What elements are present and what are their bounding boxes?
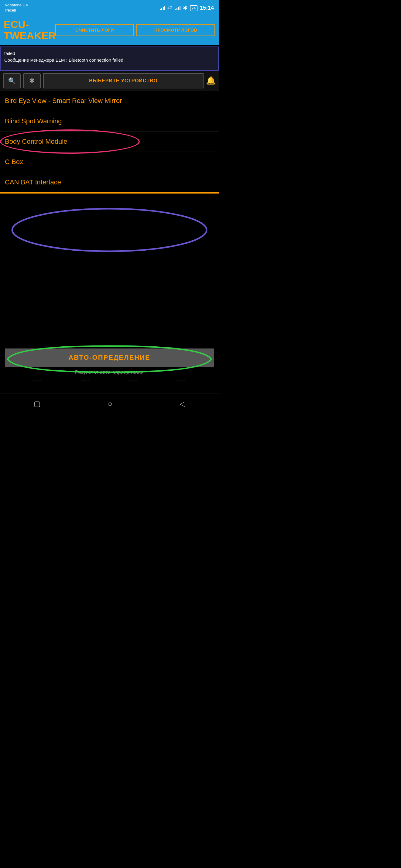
carrier2-label: lifecell — [5, 8, 28, 13]
select-device-button[interactable]: ВЫБЕРИТЕ УСТРОЙСТВО — [43, 73, 204, 88]
svg-point-0 — [12, 209, 207, 251]
nav-back-button[interactable]: ◁ — [180, 400, 185, 408]
dash-3: ---- — [128, 378, 138, 384]
network-type: 4G — [168, 6, 173, 10]
nav-home-button[interactable]: ○ — [108, 400, 113, 408]
list-item-can-bat[interactable]: CAN BAT Interface — [0, 172, 219, 192]
log-line-2: Сообщение менеджера ELM : Bluetooth conn… — [4, 57, 214, 64]
android-nav-bar: ▢ ○ ◁ — [0, 393, 219, 414]
alert-icon: 🔔 — [206, 76, 216, 85]
nav-recent-button[interactable]: ▢ — [34, 400, 41, 408]
drawing-area — [0, 193, 219, 273]
list-item-c-box[interactable]: C Box — [0, 152, 219, 172]
signal-icon — [160, 5, 165, 10]
carrier1-label: Vodafone UA — [5, 3, 28, 8]
result-dashes-row: ---- ---- ---- ---- — [5, 376, 214, 387]
bluetooth-icon-btn: ✱ — [29, 77, 35, 85]
list-item-body-control[interactable]: Body Control Module — [0, 131, 219, 152]
list-item-blind-spot[interactable]: Blind Spot Warning — [0, 111, 219, 131]
alert-button[interactable]: 🔔 — [206, 76, 216, 85]
blue-oval-annotation — [6, 203, 213, 257]
clear-logs-button[interactable]: ОЧИСТИТЬ ЛОГИ — [55, 24, 134, 36]
dash-1: ---- — [33, 378, 43, 384]
status-right: 4G ✱ 74 15:14 — [160, 5, 214, 11]
view-logs-button[interactable]: ПРОСМОТР ЛОГОВ — [136, 24, 215, 36]
auto-detect-button[interactable]: АВТО-ОПРЕДЕЛЕНИЕ — [5, 348, 214, 367]
signal-icon-2 — [175, 5, 181, 10]
status-bar: Vodafone UA lifecell 4G ✱ 74 15:14 — [0, 0, 219, 16]
search-icon: 🔍 — [8, 77, 16, 85]
toolbar-row: 🔍 ✱ ВЫБЕРИТЕ УСТРОЙСТВО 🔔 — [0, 71, 219, 91]
log-line-1: failed — [4, 50, 214, 57]
carrier-info: Vodafone UA lifecell — [5, 3, 28, 13]
dash-2: ---- — [81, 378, 91, 384]
time-display: 15:14 — [200, 5, 214, 11]
log-area: failed Сообщение менеджера ELM : Bluetoo… — [0, 46, 219, 71]
dash-4: ---- — [176, 378, 186, 384]
bluetooth-icon: ✱ — [183, 5, 187, 11]
result-label: Результат авто-определения — [5, 367, 214, 376]
green-annotation-container: АВТО-ОПРЕДЕЛЕНИЕ — [5, 348, 214, 367]
app-header: ECU-TWEAKER ОЧИСТИТЬ ЛОГИ ПРОСМОТР ЛОГОВ — [0, 16, 219, 45]
battery-indicator: 74 — [190, 5, 197, 10]
search-button[interactable]: 🔍 — [3, 73, 21, 88]
app-title: ECU-TWEAKER — [4, 19, 52, 42]
blank-content-area — [0, 273, 219, 345]
auto-detect-section: АВТО-ОПРЕДЕЛЕНИЕ Результат авто-определе… — [0, 345, 219, 387]
list-item-bird-eye[interactable]: Bird Eye View - Smart Rear View Mirror — [0, 91, 219, 111]
module-list: Bird Eye View - Smart Rear View Mirror B… — [0, 91, 219, 192]
bluetooth-button[interactable]: ✱ — [23, 73, 41, 88]
